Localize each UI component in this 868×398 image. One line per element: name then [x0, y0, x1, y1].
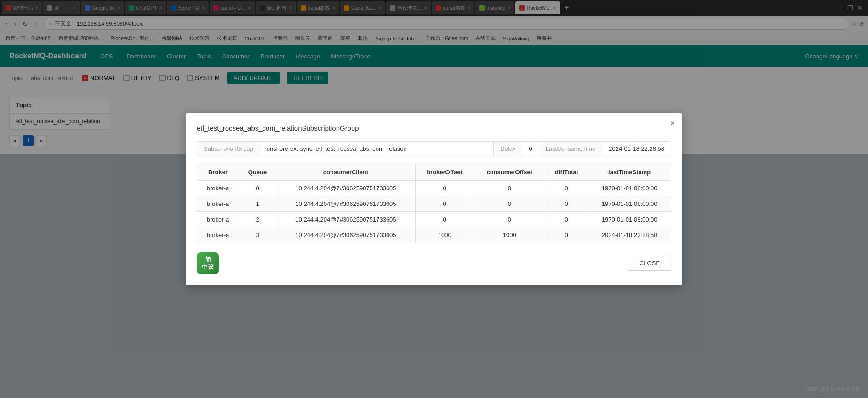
modal-title: etl_test_rocsea_abs_com_relationSubscrip… [197, 124, 671, 132]
modal-overlay: × etl_test_rocsea_abs_com_relationSubscr… [0, 0, 868, 154]
last-consume-time-value: 2024-01-18 22:28:58 [602, 142, 671, 154]
delay-value: 0 [522, 142, 539, 154]
subscription-group-value: onshore-ext-sync_etl_test_rocsea_abs_com… [260, 142, 494, 154]
last-consume-time-label: LastConsumeTime [539, 142, 603, 154]
modal-close-button[interactable]: × [670, 119, 675, 128]
subscription-group-label: SubscriptionGroup [197, 142, 260, 154]
modal-dialog: × etl_test_rocsea_abs_com_relationSubscr… [186, 113, 682, 154]
modal-info-row: SubscriptionGroup onshore-ext-sync_etl_t… [197, 141, 671, 154]
delay-label: Delay [494, 142, 522, 154]
